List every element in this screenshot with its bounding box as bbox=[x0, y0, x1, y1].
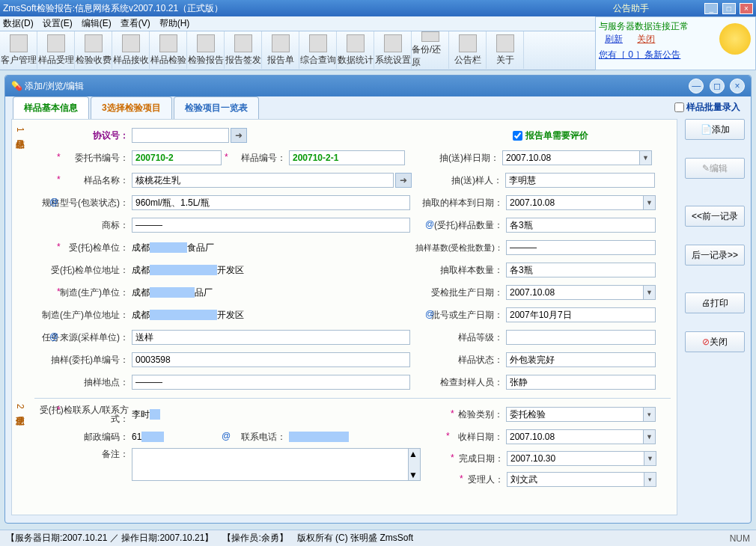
win-close-button[interactable]: × bbox=[730, 79, 745, 93]
type-select[interactable]: 委托检验▾ bbox=[506, 407, 656, 422]
chevron-down-icon: ▼ bbox=[643, 430, 655, 444]
consign-no-label: *委托书编号： bbox=[34, 152, 132, 165]
tool-receive[interactable]: 样品接收 bbox=[112, 31, 150, 69]
seal-input[interactable] bbox=[506, 375, 656, 390]
sampling-no-label: 抽样(委托)单编号： bbox=[34, 354, 132, 366]
chevron-down-icon: ▼ bbox=[644, 452, 656, 465]
take-qty-input[interactable] bbox=[506, 263, 656, 277]
maker-input[interactable]: 成都品厂 bbox=[132, 286, 410, 299]
tool-sysset[interactable]: 系统设置 bbox=[374, 31, 412, 69]
menu-edit[interactable]: 编辑(E) bbox=[82, 17, 112, 30]
receive-icon bbox=[122, 34, 140, 52]
menubar: 数据(D) 设置(E) 编辑(E) 查看(V) 帮助(H) bbox=[0, 16, 595, 31]
consign-qty-input[interactable] bbox=[506, 218, 656, 233]
phone-input[interactable] bbox=[289, 432, 406, 442]
base-qty-input[interactable] bbox=[506, 240, 656, 255]
assistant-close-button[interactable]: × bbox=[740, 3, 753, 14]
client-addr-input[interactable]: 成都开发区 bbox=[132, 264, 410, 277]
issue-icon bbox=[234, 34, 252, 52]
maker-label: *制造(生产)单位： bbox=[34, 286, 132, 299]
win-minimize-button[interactable]: — bbox=[689, 79, 704, 93]
tab-select-items[interactable]: 3选择检验项目 bbox=[91, 96, 172, 119]
batch-entry-checkbox[interactable] bbox=[674, 102, 684, 112]
tool-fee[interactable]: 检验收费 bbox=[75, 31, 112, 69]
tool-sample-accept[interactable]: 样品受理 bbox=[37, 31, 75, 69]
handler-select[interactable]: 刘文武▾ bbox=[507, 472, 656, 487]
tool-report-sheet[interactable]: 报告单 bbox=[262, 31, 299, 69]
sampling-no-input[interactable] bbox=[132, 352, 410, 367]
tool-customer[interactable]: 客户管理 bbox=[0, 31, 37, 69]
spec-input[interactable] bbox=[132, 195, 410, 210]
memo-textarea[interactable] bbox=[132, 448, 409, 481]
sample-name-go-button[interactable]: ➜ bbox=[395, 173, 412, 188]
done-date-picker[interactable]: 2007.10.30▼ bbox=[507, 451, 656, 466]
tool-backup[interactable]: 备份/还原 bbox=[412, 31, 449, 69]
backup-icon bbox=[421, 31, 439, 42]
assistant-maximize-button[interactable]: □ bbox=[722, 3, 736, 14]
take-qty-label: 抽取样本数量： bbox=[410, 264, 506, 277]
menu-data[interactable]: 数据(D) bbox=[3, 17, 34, 30]
tool-stats[interactable]: 数据统计 bbox=[337, 31, 374, 69]
sample-name-label: *样品名称： bbox=[34, 174, 132, 187]
tab-items-list[interactable]: 检验项目一览表 bbox=[174, 96, 259, 119]
consign-no-input[interactable] bbox=[132, 150, 222, 165]
app-title: ZmsSoft检验报告:信息网络系统v2007.10.21（正式版） bbox=[3, 2, 223, 15]
add-button[interactable]: 📄添加 bbox=[685, 119, 745, 140]
client-unit-input[interactable]: 成都食品厂 bbox=[132, 242, 410, 254]
tab-basic-info[interactable]: 样品基本信息 bbox=[13, 96, 89, 119]
print-button[interactable]: 🖨打印 bbox=[685, 292, 745, 313]
task-src-input[interactable] bbox=[132, 330, 410, 345]
memo-scrollbar[interactable]: ▲▼ bbox=[409, 448, 421, 481]
form-area: 1样品信息 2受理信息 协议号： ➜ 报告单需要评价 *委托书编号： *样品编号… bbox=[11, 119, 677, 515]
tool-issue[interactable]: 报告签发 bbox=[225, 31, 262, 69]
tool-query[interactable]: 综合查询 bbox=[299, 31, 337, 69]
done-date-label: *完成日期： bbox=[421, 453, 507, 465]
batch-entry-check[interactable]: 样品批量录入 bbox=[674, 101, 740, 114]
tool-inspect[interactable]: 样品检验 bbox=[150, 31, 187, 69]
edit-button[interactable]: ✎编辑 bbox=[685, 158, 745, 179]
agreement-go-button[interactable]: ➜ bbox=[231, 128, 247, 143]
tabs: 样品基本信息 3选择检验项目 检验项目一览表 bbox=[5, 96, 751, 119]
send-date-picker[interactable]: 2007.10.08▼ bbox=[502, 150, 652, 165]
next-record-button[interactable]: 后一记录>> bbox=[685, 245, 745, 266]
menu-view[interactable]: 查看(V) bbox=[121, 17, 150, 30]
customer-icon bbox=[10, 34, 28, 52]
tool-board[interactable]: 公告栏 bbox=[449, 31, 487, 69]
menu-help[interactable]: 帮助(H) bbox=[159, 17, 190, 30]
prev-record-button[interactable]: <<前一记录 bbox=[685, 206, 745, 227]
contact-input[interactable]: 李时 bbox=[132, 408, 410, 421]
arrive-date-picker[interactable]: 2007.10.08▼ bbox=[506, 195, 656, 210]
close-link[interactable]: 关闭 bbox=[637, 34, 655, 44]
maker-addr-label: 制造(生产)单位地址： bbox=[34, 309, 132, 322]
state-input[interactable] bbox=[506, 352, 656, 367]
sample-no-input[interactable] bbox=[289, 150, 405, 165]
maker-addr-input[interactable]: 成都开发区 bbox=[132, 309, 410, 322]
close-button[interactable]: ⊘关闭 bbox=[685, 331, 745, 352]
tool-about[interactable]: 关于 bbox=[487, 31, 524, 69]
refresh-link[interactable]: 刷新 bbox=[605, 34, 623, 44]
sampling-loc-input[interactable] bbox=[132, 375, 410, 390]
assistant-minimize-button[interactable]: _ bbox=[704, 3, 718, 14]
tool-report[interactable]: 检验报告 bbox=[187, 31, 225, 69]
menu-settings[interactable]: 设置(E) bbox=[43, 17, 73, 30]
recv-date-picker[interactable]: 2007.10.08▼ bbox=[506, 429, 656, 444]
batch-date-picker[interactable]: 2007.10.08▼ bbox=[506, 285, 656, 300]
agreement-input[interactable] bbox=[132, 128, 229, 143]
group-sample-info: 1样品信息 bbox=[13, 127, 26, 132]
sender-input[interactable] bbox=[505, 173, 655, 188]
win-restore-button[interactable]: ◻ bbox=[710, 79, 725, 93]
sample-name-input[interactable] bbox=[132, 173, 394, 188]
consign-qty-label: (受托)样品数量： bbox=[410, 219, 506, 232]
mascot-icon bbox=[719, 23, 751, 55]
assistant-panel: 与服务器数据连接正常 刷新 关闭 您有［ 0 ］条新公告 bbox=[595, 16, 756, 70]
action-buttons: 📄添加 ✎编辑 <<前一记录 后一记录>> 🖨打印 ⊘关闭 bbox=[685, 119, 745, 370]
post-input[interactable]: 61 bbox=[132, 432, 207, 442]
sampling-loc-label: 抽样地点： bbox=[34, 376, 132, 389]
lot-input[interactable] bbox=[506, 307, 656, 322]
chevron-down-icon: ▼ bbox=[643, 286, 655, 299]
batch-date-label: 受检批生产日期： bbox=[410, 286, 506, 299]
grade-input[interactable] bbox=[506, 330, 656, 345]
query-icon bbox=[309, 34, 327, 52]
trademark-input[interactable] bbox=[132, 218, 410, 233]
need-eval-checkbox[interactable] bbox=[513, 131, 522, 141]
